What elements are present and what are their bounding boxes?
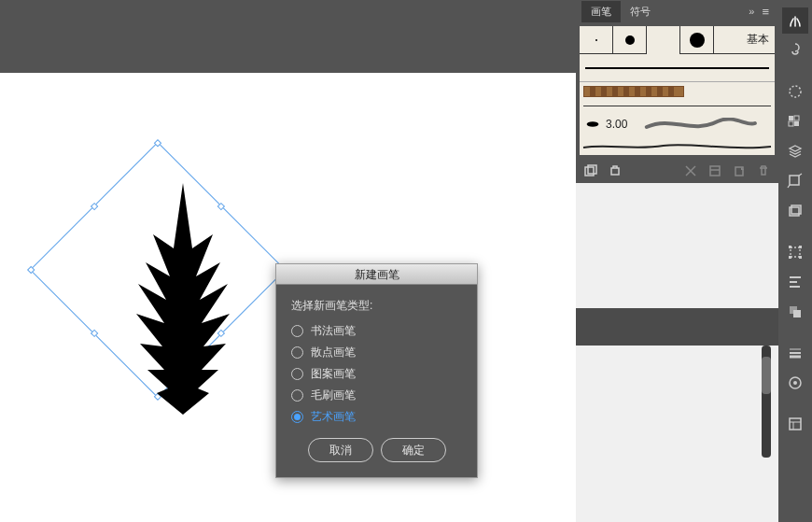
stroke-tool-icon[interactable] (782, 340, 808, 366)
color-tool-icon[interactable] (782, 78, 808, 105)
svg-rect-17 (789, 246, 791, 248)
radio-calligraphy[interactable]: 书法画笔 (291, 323, 462, 339)
cancel-button[interactable]: 取消 (308, 438, 373, 462)
svg-point-30 (793, 381, 797, 385)
svg-rect-25 (793, 310, 801, 317)
resize-handle[interactable] (91, 330, 98, 337)
new-brush-icon[interactable] (732, 163, 747, 178)
radio-scatter[interactable]: 散点画笔 (291, 345, 462, 360)
radio-icon (291, 346, 303, 359)
svg-rect-9 (789, 116, 793, 120)
libraries-tool-icon[interactable] (782, 198, 808, 224)
brush-thumb-medium[interactable] (613, 26, 647, 54)
brush-options-icon[interactable] (707, 163, 722, 178)
collapse-panel-icon[interactable]: » (745, 6, 758, 17)
svg-rect-5 (710, 166, 720, 176)
properties-tool-icon[interactable] (782, 411, 808, 437)
appearance-tool-icon[interactable] (782, 370, 808, 396)
brush-thumb-large[interactable] (680, 26, 714, 54)
radio-icon (291, 368, 303, 380)
radio-label: 散点画笔 (311, 345, 356, 360)
basic-brushes-label: 基本 (714, 26, 775, 53)
svg-rect-13 (790, 176, 799, 185)
svg-rect-18 (799, 246, 802, 248)
swatches-tool-icon[interactable] (782, 108, 808, 134)
brushes-panel: 画笔 符号 » ≡ 基本 3.00 (576, 0, 778, 183)
brush-stroke-flat[interactable] (580, 54, 775, 82)
resize-handle[interactable] (91, 203, 98, 210)
transform-tool-icon[interactable] (782, 239, 808, 265)
panel-gutter (576, 308, 778, 346)
resize-handle[interactable] (154, 139, 161, 147)
calligraphic-tip-icon (585, 119, 600, 130)
radio-label: 书法画笔 (311, 323, 356, 339)
radio-pattern[interactable]: 图案画笔 (291, 366, 462, 382)
brush-thumb-tiny[interactable] (580, 26, 613, 54)
artboards-tool-icon[interactable] (782, 168, 808, 194)
ok-button[interactable]: 确定 (381, 438, 446, 462)
symbols-tool-icon[interactable] (782, 37, 808, 63)
scrollbar-thumb[interactable] (762, 357, 771, 394)
dialog-title[interactable]: 新建画笔 (276, 264, 477, 285)
svg-rect-19 (789, 256, 791, 259)
pathfinder-tool-icon[interactable] (782, 299, 808, 325)
radio-icon (291, 325, 303, 337)
brush-size-value: 3.00 (606, 118, 627, 131)
brush-wave-preview (633, 118, 769, 131)
radio-icon (291, 411, 303, 423)
radio-label: 毛刷画笔 (311, 388, 356, 403)
new-brush-dialog: 新建画笔 选择新画笔类型: 书法画笔 散点画笔 图案画笔 毛刷画笔 艺术画笔 取… (275, 263, 478, 478)
brush-stroke-pattern[interactable] (580, 82, 775, 110)
radio-icon (291, 389, 303, 402)
delete-brush-icon[interactable] (756, 163, 771, 178)
leaf-artwork[interactable] (127, 183, 239, 416)
align-tool-icon[interactable] (782, 269, 808, 295)
tab-symbols[interactable]: 符号 (621, 1, 660, 22)
libraries-panel-icon[interactable] (608, 163, 623, 178)
brush-stroke-calligraphic[interactable]: 3.00 (580, 110, 775, 138)
panel-menu-icon[interactable]: ≡ (758, 5, 773, 19)
brush-thumb-blank[interactable] (647, 26, 680, 54)
radio-art[interactable]: 艺术画笔 (291, 409, 462, 425)
svg-rect-10 (794, 116, 799, 120)
scrollbar-track[interactable] (762, 346, 771, 458)
dialog-prompt: 选择新画笔类型: (291, 298, 462, 314)
svg-rect-20 (799, 256, 802, 259)
layers-tool-icon[interactable] (782, 138, 808, 164)
radio-bristle[interactable]: 毛刷画笔 (291, 388, 462, 403)
svg-rect-16 (791, 247, 800, 257)
remove-stroke-icon[interactable] (683, 163, 698, 178)
tab-brushes[interactable]: 画笔 (581, 1, 621, 22)
brush-stroke-charcoal[interactable] (580, 138, 775, 155)
svg-point-8 (790, 86, 801, 97)
svg-point-0 (587, 121, 599, 127)
svg-rect-12 (794, 121, 799, 126)
radio-label: 图案画笔 (311, 366, 356, 382)
brushes-tool-icon[interactable] (782, 7, 808, 34)
resize-handle[interactable] (27, 266, 35, 274)
svg-rect-31 (790, 418, 801, 430)
right-tool-column (778, 0, 812, 522)
svg-rect-11 (789, 121, 793, 126)
brush-libraries-icon[interactable] (583, 163, 598, 178)
radio-label: 艺术画笔 (311, 409, 356, 425)
